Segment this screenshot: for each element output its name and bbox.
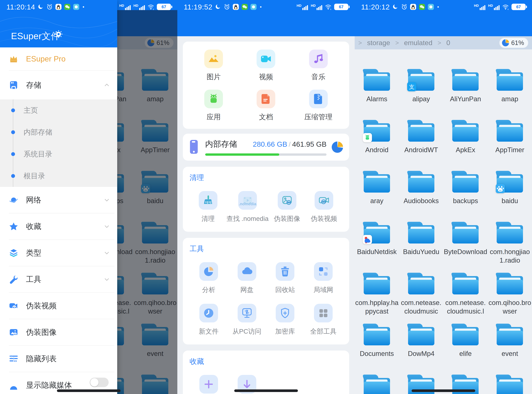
- tool-item[interactable]: 新文件: [199, 304, 219, 336]
- tool-item[interactable]: 局域网: [313, 262, 333, 294]
- folder-icon: [364, 375, 390, 394]
- breadcrumb-segment[interactable]: emulated: [404, 39, 432, 47]
- folder-item[interactable]: aray: [355, 171, 399, 222]
- navigation-drawer: ESuper文件ESuper Pro存储主页内部存储系统目录根目录网络收藏类型工…: [0, 0, 117, 394]
- folder-item[interactable]: amap: [488, 69, 532, 120]
- drawer-scrim[interactable]: [117, 10, 177, 394]
- drawer-subitem[interactable]: 主页: [0, 99, 117, 121]
- folder-label: Android: [365, 146, 388, 154]
- folder-item[interactable]: AndroidWT: [399, 120, 443, 171]
- folder-item[interactable]: com.hongjiao1.radio: [488, 222, 532, 273]
- drawer-item-3[interactable]: 类型: [0, 240, 117, 266]
- drawer-item-6[interactable]: 伪装图像: [0, 319, 117, 345]
- tool-item[interactable]: 从PC访问: [232, 304, 261, 336]
- tool-label: 清理: [202, 214, 215, 223]
- tool-item[interactable]: 加密库: [275, 304, 295, 336]
- wifi-icon: 6: [325, 4, 331, 10]
- folder-item[interactable]: AliYunPan: [443, 69, 488, 120]
- svg-text:6: 6: [507, 8, 509, 10]
- drawer-subitem[interactable]: 根目录: [0, 165, 117, 187]
- folder-item[interactable]: elife: [443, 324, 488, 375]
- breadcrumb-segment[interactable]: storage: [367, 39, 390, 47]
- signal-strength-icon: HD: [119, 5, 131, 10]
- folder-item[interactable]: dubaidu: [488, 171, 532, 222]
- folder-label: com.hpplay.happycast: [355, 298, 399, 316]
- tool-item[interactable]: 网盘: [238, 262, 256, 294]
- status-bar: 11:19:52HDHD667: [177, 0, 355, 14]
- status-time: 11:19:52: [184, 3, 212, 11]
- storage-usage-badge[interactable]: 61%: [499, 38, 528, 48]
- category-item[interactable]: 文档: [240, 90, 292, 122]
- folder-item[interactable]: BaiduNetdisk: [355, 222, 399, 273]
- folder-item[interactable]: event: [488, 324, 532, 375]
- drawer-item-esuper-pro[interactable]: ESuper Pro: [0, 47, 117, 70]
- tool-label: 全部工具: [310, 327, 336, 336]
- folder-item[interactable]: Audiobooks: [399, 171, 443, 222]
- planet-icon: [9, 195, 18, 205]
- folder-item[interactable]: ByteDownload: [443, 222, 488, 273]
- folder-item[interactable]: BaiduYuedu: [399, 222, 443, 273]
- home-indicator[interactable]: [412, 389, 475, 392]
- message-app-icon: [250, 4, 257, 10]
- wrench-icon: [9, 275, 18, 284]
- folder-item[interactable]: com.netease.cloudmusic.l: [443, 273, 488, 324]
- folder-item[interactable]: DowMp4: [399, 324, 443, 375]
- category-item[interactable]: 图片: [188, 50, 240, 82]
- signal-strength-icon: HD: [297, 5, 308, 10]
- crown-icon: [9, 54, 18, 64]
- home-indicator[interactable]: [234, 389, 298, 392]
- photo-icon: [208, 53, 219, 65]
- section-title: 收藏: [190, 357, 342, 366]
- tool-item[interactable]: 回收站: [275, 262, 295, 294]
- settings-gear-button[interactable]: [54, 29, 63, 39]
- internal-storage-card[interactable]: 内部存储280.66 GB/461.95 GB: [183, 134, 349, 161]
- folder-item-partial[interactable]: [355, 375, 399, 394]
- folder-item[interactable]: Android: [355, 120, 399, 171]
- tool-item[interactable]: 添加: [199, 375, 218, 394]
- tool-item[interactable]: 伪装图像: [274, 191, 300, 223]
- category-tile: [309, 50, 328, 68]
- folder-item[interactable]: Alarms: [355, 69, 399, 120]
- folder-item[interactable]: 支alipay: [399, 69, 443, 120]
- drawer-item-7[interactable]: 隐藏列表: [0, 346, 117, 372]
- tool-item[interactable]: 全部工具: [310, 304, 336, 336]
- archive-icon: [313, 93, 324, 105]
- hd-volte-label: HD: [119, 4, 124, 7]
- drawer-item-label: 隐藏列表: [26, 354, 57, 364]
- category-item[interactable]: 视频: [240, 50, 292, 82]
- chevron-down-icon: [104, 276, 110, 282]
- drawer-subitem[interactable]: 系统目录: [0, 143, 117, 165]
- drawer-item-2[interactable]: 收藏: [0, 213, 117, 239]
- tool-item[interactable]: .nomedia查找 .nomedia: [226, 191, 269, 223]
- chevron-down-icon: [104, 250, 110, 256]
- folder-item[interactable]: com.qihoo.browser: [488, 273, 532, 324]
- drawer-item-5[interactable]: 伪装视频: [0, 293, 117, 319]
- folder-item-partial[interactable]: [488, 375, 532, 394]
- folder-item[interactable]: Documents: [355, 324, 399, 375]
- folder-item[interactable]: backups: [443, 171, 488, 222]
- drawer-subitem-label: 系统目录: [24, 149, 52, 159]
- folder-item[interactable]: ApkEx: [443, 120, 488, 171]
- drawer-item-1[interactable]: 网络: [0, 187, 117, 213]
- storage-total-value: 461.95 GB: [292, 140, 327, 148]
- drawer-item-4[interactable]: 工具: [0, 266, 117, 292]
- folder-item[interactable]: com.netease.cloudmusic: [399, 273, 443, 324]
- screen-browser: 11:20:12HDHD667本地>storage>emulated>061%A…: [355, 0, 532, 394]
- wechat-app-icon: [241, 4, 248, 10]
- home-indicator[interactable]: [57, 389, 120, 392]
- disguise-image-icon: [281, 195, 293, 206]
- drawer-item-storage[interactable]: 存储: [0, 71, 117, 99]
- drawer-subitem[interactable]: 内部存储: [0, 121, 117, 143]
- folder-icon: [364, 222, 390, 244]
- category-item[interactable]: 音乐: [292, 50, 344, 82]
- tool-item[interactable]: 清理: [199, 191, 217, 223]
- category-item[interactable]: 应用: [188, 90, 240, 122]
- folder-item[interactable]: AppTimer: [488, 120, 532, 171]
- show-hidden-media-toggle[interactable]: [90, 378, 109, 387]
- tool-item[interactable]: 分析: [199, 262, 218, 294]
- category-item[interactable]: 压缩管理: [292, 90, 344, 122]
- breadcrumb-segment[interactable]: 0: [446, 39, 450, 47]
- tool-item[interactable]: 伪装视频: [311, 191, 337, 223]
- home-content: 图片视频音乐应用文档压缩管理内部存储280.66 GB/461.95 GB清理清…: [177, 36, 355, 394]
- folder-item[interactable]: com.hpplay.happycast: [355, 273, 399, 324]
